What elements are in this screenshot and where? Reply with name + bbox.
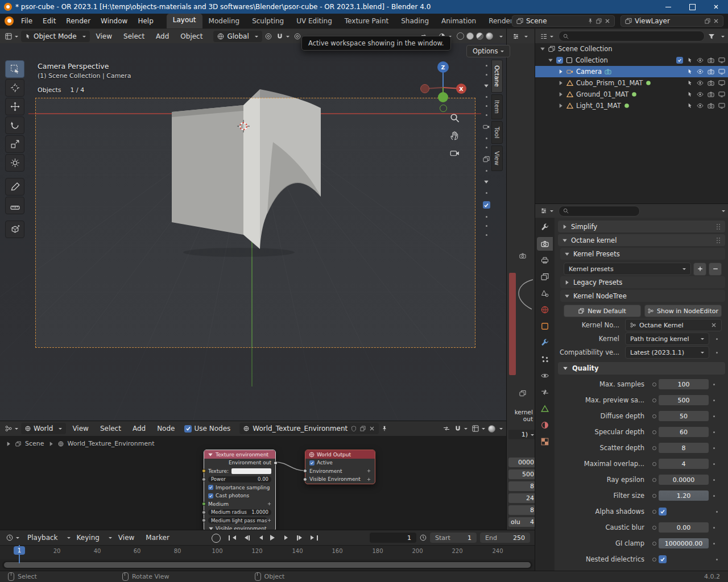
tool-transform[interactable] (5, 154, 24, 172)
gizmo-y-axis[interactable] (438, 92, 448, 102)
sliver-dropdown[interactable]: 1) (508, 430, 535, 439)
sliver-camera-icon[interactable] (519, 252, 526, 259)
ne-overlays-button[interactable] (470, 423, 487, 434)
outliner-row-light[interactable]: Light_01_MAT (535, 100, 728, 111)
collection-enable-checkbox[interactable] (676, 57, 683, 64)
tool-measure[interactable] (5, 197, 24, 214)
hide-eye-icon[interactable] (697, 68, 704, 75)
tool-cursor[interactable] (5, 79, 24, 97)
tool-select-box[interactable] (5, 60, 24, 78)
nested-dielectrics-checkbox[interactable] (659, 555, 667, 563)
tab-object[interactable] (537, 319, 553, 333)
menu-ne-node[interactable]: Node (152, 421, 180, 436)
tab-texture[interactable] (537, 435, 553, 448)
sliver-value-field[interactable]: 0000 (508, 458, 535, 467)
specular-depth-field[interactable]: 60 (659, 427, 709, 437)
sliver-value-field[interactable]: 8 (508, 505, 535, 515)
tab-world[interactable] (537, 303, 553, 317)
file-region-icon[interactable] (483, 156, 490, 163)
ne-gizmo-button[interactable] (441, 423, 452, 434)
socket-power-in[interactable] (202, 477, 206, 481)
shading-solid-icon[interactable] (466, 32, 474, 40)
panel-quality[interactable]: Quality (558, 362, 725, 375)
max-preview-field[interactable]: 500 (659, 395, 709, 405)
sliver-image-icon[interactable] (519, 390, 526, 397)
viewport-visibility-icon[interactable] (718, 91, 725, 98)
auto-keying-button[interactable] (212, 534, 221, 543)
socket-texture-in[interactable] (202, 469, 206, 473)
selectable-icon[interactable] (687, 57, 693, 63)
render-visibility-icon[interactable] (708, 57, 714, 64)
menu-keying[interactable]: Keying (72, 530, 105, 545)
expand-icon[interactable] (558, 80, 564, 86)
gizmo-z-axis[interactable]: Z (437, 61, 449, 73)
render-visibility-icon[interactable] (708, 80, 714, 86)
timeline-type-button[interactable] (5, 533, 21, 543)
previous-frame-button[interactable] (253, 532, 266, 543)
tool-rotate[interactable] (5, 117, 24, 134)
workspace-tab-shading[interactable]: Shading (395, 15, 435, 27)
plus-icon[interactable] (267, 518, 271, 522)
outliner-row-camera[interactable]: Camera (535, 66, 728, 77)
sidebar-tab-octane[interactable]: Octane (491, 60, 503, 93)
pin-icon[interactable] (588, 18, 593, 24)
outliner-type-button[interactable] (539, 31, 555, 41)
tool-annotate[interactable] (5, 178, 24, 196)
caustic-blur-field[interactable]: 0.00 (659, 522, 709, 533)
diffuse-depth-field[interactable]: 50 (659, 411, 709, 421)
menu-vp-select[interactable]: Select (118, 29, 150, 44)
tab-physics[interactable] (537, 369, 553, 383)
filter-icon[interactable] (708, 33, 715, 40)
importance-sampling-checkbox[interactable] (208, 485, 213, 490)
render-region-icon[interactable] (483, 123, 490, 130)
workspace-tab-animation[interactable]: Animation (435, 15, 482, 27)
remove-preset-button[interactable] (709, 263, 722, 276)
minimize-button[interactable] (656, 0, 680, 14)
socket-environment-out[interactable] (274, 461, 278, 465)
workspace-tab-layout[interactable]: Layout (167, 14, 202, 28)
tab-view-layer[interactable] (537, 270, 553, 284)
sliver-value-field[interactable]: 24 (508, 493, 535, 503)
next-keyframe-button[interactable] (294, 532, 307, 543)
outliner-row-scene-collection[interactable]: Scene Collection (535, 43, 728, 55)
scatter-depth-field[interactable]: 8 (659, 443, 709, 453)
panel-checkbox[interactable] (483, 201, 490, 209)
tab-scene[interactable] (537, 286, 553, 300)
show-in-nodeeditor-button[interactable]: Show in NodeEditor (644, 305, 722, 317)
start-frame-field[interactable]: Start1 (430, 533, 477, 543)
shading-wireframe-icon[interactable] (457, 32, 464, 40)
menu-vp-object[interactable]: Object (175, 29, 208, 44)
new-scene-icon[interactable] (596, 18, 602, 24)
viewport-visibility-icon[interactable] (718, 102, 725, 109)
menu-help[interactable]: Help (133, 14, 158, 28)
menu-window[interactable]: Window (96, 14, 133, 28)
tab-tool[interactable] (537, 221, 553, 234)
outliner-row-cubo-prism[interactable]: Cubo_Prism_01_MAT (535, 77, 728, 89)
cast-photons-checkbox[interactable] (208, 493, 213, 498)
gizmo-x-axis[interactable]: X (456, 84, 466, 94)
snap-settings[interactable] (275, 31, 291, 41)
maximize-button[interactable] (680, 0, 704, 14)
jump-to-end-button[interactable] (308, 532, 321, 543)
navigation-gizmo[interactable]: Z X (416, 60, 470, 115)
selectable-icon[interactable] (687, 103, 693, 109)
socket-environment-in[interactable] (303, 469, 307, 473)
kernel-nodetree-datablock[interactable]: Octane Kernel (625, 319, 722, 331)
pan-button[interactable] (447, 128, 462, 143)
gizmo-x-neg-axis[interactable] (420, 84, 429, 93)
hide-eye-icon[interactable] (697, 57, 704, 64)
playhead[interactable]: 1 (14, 546, 25, 555)
tool-move[interactable] (5, 98, 24, 115)
viewport-3d[interactable]: Camera Perspective (1) Scene Collection … (0, 43, 506, 421)
menu-marker[interactable]: Marker (140, 530, 174, 545)
play-button[interactable] (267, 532, 280, 543)
menu-tl-view[interactable]: View (113, 530, 139, 545)
shader-node-editor[interactable]: World View Select Add Node Use Nodes Wor… (0, 421, 506, 530)
selectable-icon[interactable] (687, 80, 693, 86)
kernel-type-dropdown[interactable]: Path tracing kernel (625, 332, 709, 345)
node-texture-environment[interactable]: Texture environment Environment out Text… (204, 450, 276, 530)
shading-rendered-icon[interactable] (486, 32, 493, 40)
pin-button[interactable] (380, 424, 389, 433)
plus-icon[interactable] (267, 502, 271, 506)
menu-file[interactable]: File (16, 14, 38, 28)
